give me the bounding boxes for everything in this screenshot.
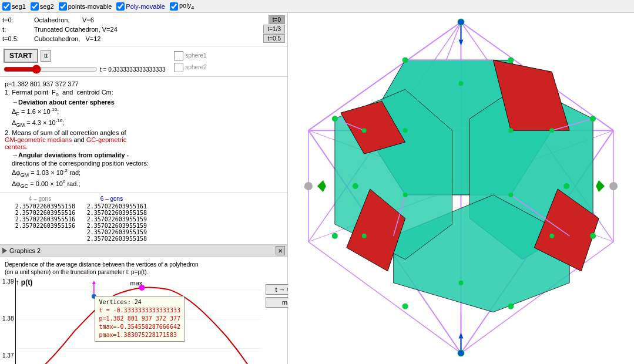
table-header: 4 – gons 6 – gons bbox=[5, 196, 283, 202]
svg-point-46 bbox=[402, 57, 408, 63]
cell-0-0: 2.357022603955158 bbox=[5, 203, 75, 210]
t-slider[interactable] bbox=[4, 65, 98, 74]
graphics-close-button[interactable]: ✕ bbox=[276, 246, 285, 255]
left-panel: t=0: Octahedron, V=6 t=0 t: Truncated Oc… bbox=[0, 13, 288, 364]
svg-point-60 bbox=[403, 128, 408, 133]
t13-button[interactable]: t=1/3 bbox=[263, 25, 285, 33]
cell-4-0 bbox=[5, 229, 75, 235]
delta-f-line: ΔF = 1.6 × 10-16; bbox=[5, 107, 283, 117]
sphere1-item: sphere1 bbox=[174, 51, 207, 60]
tooltip-pmax: pmax=1.383075228171583 bbox=[99, 331, 180, 339]
svg-point-55 bbox=[508, 193, 513, 197]
cell-2-0: 2.357022603955516 bbox=[5, 216, 75, 223]
y-label-139: 1.39 bbox=[2, 278, 14, 285]
points-movable-label[interactable]: points-movable bbox=[68, 3, 112, 10]
t05-button[interactable]: t=0.5 bbox=[263, 34, 285, 43]
angular-sub: directions of the corresponding position… bbox=[5, 160, 283, 167]
cell-3-1: 2.357022603955159 bbox=[76, 223, 147, 229]
delta-gm-line: ΔGM = 4.3 × 10-16; bbox=[5, 118, 283, 128]
svg-point-65 bbox=[353, 183, 358, 189]
svg-point-62 bbox=[459, 81, 464, 86]
cell-5-0 bbox=[5, 235, 75, 242]
seg1-checkbox-item: seg1 bbox=[2, 2, 26, 11]
table-area: 4 – gons 6 – gons 2.357022603955158 2.35… bbox=[0, 193, 287, 245]
poly4-checkbox[interactable] bbox=[170, 2, 178, 11]
graphics-title: Graphics 2 bbox=[9, 247, 41, 254]
p-axis-label: ↑ p(t) bbox=[15, 278, 32, 287]
col-4gon-header: 4 – gons bbox=[5, 196, 75, 202]
poly4-label[interactable]: poly4 bbox=[179, 2, 194, 11]
start-button[interactable]: START bbox=[4, 49, 38, 63]
angular-header: →Angular deviations from optimality - bbox=[5, 151, 283, 159]
cell-4-1: 2.357022603955159 bbox=[76, 229, 147, 235]
svg-point-56 bbox=[549, 128, 554, 133]
cell-1-0: 2.357022603955516 bbox=[5, 210, 75, 216]
right-panel bbox=[288, 13, 634, 364]
slider-left: START tt t = 0.3333333333333333 bbox=[4, 49, 166, 74]
svg-point-68 bbox=[458, 19, 464, 25]
means-line: 2. Means of sum of all correction angles… bbox=[5, 129, 140, 150]
fermat-p-value: p=1.382 801 937 372 377 bbox=[5, 80, 79, 87]
points-movable-checkbox-item: points-movable bbox=[59, 2, 112, 11]
poly4-checkbox-item: poly4 bbox=[170, 2, 194, 11]
tooltip-vertices: Vertices: 24 bbox=[99, 298, 180, 306]
svg-marker-7 bbox=[92, 281, 96, 284]
start-controls: START tt bbox=[4, 49, 166, 63]
sphere1-checkbox[interactable] bbox=[174, 51, 183, 60]
col-6gon-header: 6 – gons bbox=[76, 196, 147, 202]
y-label-138: 1.38 bbox=[2, 315, 14, 322]
seg1-label[interactable]: seg1 bbox=[12, 3, 26, 10]
t0-button[interactable]: t=0 bbox=[269, 15, 285, 24]
svg-point-47 bbox=[508, 57, 514, 63]
table-row-3: 2.357022603955156 2.357022603955159 bbox=[5, 223, 283, 229]
tooltip-p: p=1.382 801 937 372 377 bbox=[99, 315, 180, 323]
svg-point-67 bbox=[304, 182, 313, 190]
svg-point-58 bbox=[362, 128, 367, 133]
svg-point-57 bbox=[549, 234, 554, 238]
table-row-2: 2.357022603955516 2.357022603955159 bbox=[5, 216, 283, 223]
deviation-header: →Deviation about center spheres bbox=[5, 99, 283, 106]
y-label-137: 1.37 bbox=[2, 352, 14, 359]
chart-wrapper: 1.39 1.38 1.37 1.36 ↑ p(t) bbox=[2, 278, 285, 364]
poly-movable-label[interactable]: Poly-movable bbox=[126, 3, 165, 10]
t05-label: t=0.5: bbox=[2, 35, 32, 42]
svg-point-49 bbox=[590, 233, 596, 239]
sphere2-label: sphere2 bbox=[186, 64, 207, 70]
delta-phigc-line: ΔφGC = 0.00 × 100 rad.; bbox=[5, 179, 283, 189]
seg1-checkbox[interactable] bbox=[2, 2, 11, 11]
delta-f-symbol: ΔF = 1.6 × 10-16; bbox=[12, 108, 59, 115]
svg-point-63 bbox=[459, 281, 464, 285]
tt-button[interactable]: tt bbox=[41, 50, 51, 62]
graphics-header: Graphics 2 ✕ bbox=[0, 245, 287, 257]
sphere1-label: sphere1 bbox=[186, 52, 207, 59]
table-row-0: 2.357022603955158 2.357022603955161 bbox=[5, 203, 283, 210]
seg2-label[interactable]: seg2 bbox=[40, 3, 54, 10]
svg-point-52 bbox=[332, 233, 338, 239]
3d-polyhedron-svg bbox=[288, 13, 634, 364]
tooltip-tmax: tmax=-0.354558287666642 bbox=[99, 323, 180, 331]
t-value: Truncated Octahedron, V=24 bbox=[34, 26, 261, 33]
graphics-triangle-icon[interactable] bbox=[2, 248, 7, 254]
points-movable-checkbox[interactable] bbox=[59, 2, 67, 11]
delta-gm-symbol: ΔGM = 4.3 × 10-16; bbox=[12, 119, 64, 126]
table-row-1: 2.357022603955516 2.357022603955158 bbox=[5, 210, 283, 216]
chart-description: Dependence of the average distance betwe… bbox=[2, 259, 202, 277]
svg-point-51 bbox=[402, 304, 408, 309]
sphere2-item: sphere2 bbox=[174, 63, 207, 72]
tooltip-box: Vertices: 24 t = -0.3333333333333333 p=1… bbox=[95, 296, 184, 342]
seg2-checkbox[interactable] bbox=[31, 2, 39, 11]
chart-container: Dependence of the average distance betwe… bbox=[0, 257, 287, 364]
sphere2-checkbox[interactable] bbox=[174, 63, 183, 72]
t-row: t: Truncated Octahedron, V=24 t=1/3 bbox=[2, 25, 285, 33]
t-label: t: bbox=[2, 26, 32, 33]
info-area: t=0: Octahedron, V=6 t=0 t: Truncated Oc… bbox=[0, 13, 287, 46]
delta-phigm-line: ΔφGM = 1.03 × 10-2 rad; bbox=[5, 168, 283, 178]
fermat-p-line: p=1.382 801 937 372 377 bbox=[5, 80, 283, 87]
top-bar: seg1 seg2 points-movable Poly-movable po… bbox=[0, 0, 634, 13]
graphics-section: Graphics 2 ✕ Dependence of the average d… bbox=[0, 245, 287, 364]
analysis-area: p=1.382 801 937 372 377 1. Fermat point … bbox=[0, 77, 287, 193]
svg-point-66 bbox=[609, 182, 618, 190]
t0-row: t=0: Octahedron, V=6 t=0 bbox=[2, 15, 285, 24]
sphere-options: sphere1 sphere2 bbox=[174, 51, 207, 72]
poly-movable-checkbox[interactable] bbox=[116, 2, 125, 11]
